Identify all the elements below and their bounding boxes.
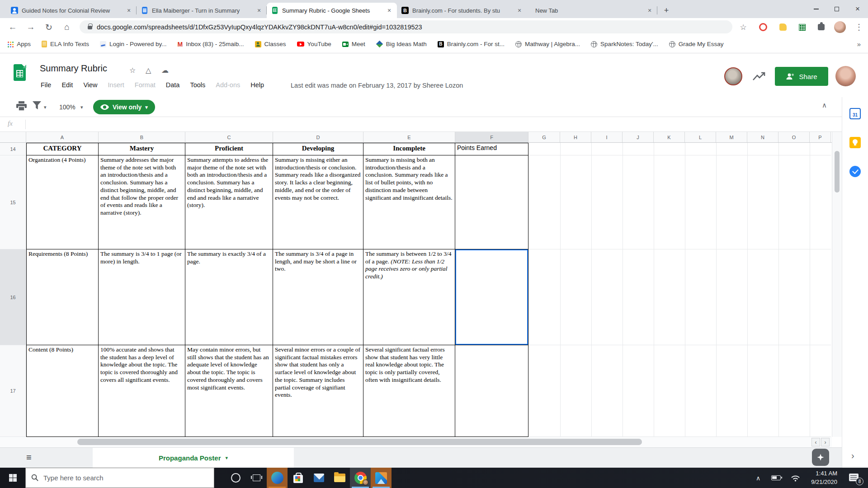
tab-close-icon[interactable]: ×	[255, 6, 263, 14]
tab-close-icon[interactable]: ×	[385, 6, 393, 14]
column-header-A[interactable]: A	[26, 132, 99, 142]
side-panel-chevron-icon[interactable]: ›	[851, 450, 854, 461]
row-header-16[interactable]: 16	[0, 249, 26, 345]
bookmark-big-ideas-math[interactable]: Big Ideas Math	[376, 41, 427, 47]
user-avatar[interactable]	[835, 66, 856, 86]
horizontal-scrollbar[interactable]: ‹ ›	[0, 437, 832, 447]
tray-chevron-icon[interactable]: ∧	[756, 474, 760, 482]
extensions-puzzle-icon[interactable]	[814, 20, 828, 34]
move-to-folder-icon[interactable]: △	[146, 66, 151, 75]
browser-menu-icon[interactable]: ⋮	[852, 20, 866, 34]
cell-A16[interactable]: Requirements (8 Points)	[26, 249, 99, 345]
refresh-button[interactable]: ↻	[42, 20, 56, 34]
tab-summary-rubric-active[interactable]: Summary Rubric - Google Sheets ×	[267, 3, 397, 18]
cell-E14[interactable]: Incomplete	[363, 143, 455, 155]
column-header-B[interactable]: B	[99, 132, 185, 142]
column-header-L[interactable]: L	[685, 132, 716, 142]
action-center-button[interactable]: 8	[849, 474, 860, 483]
bookmark-ela-info-texts[interactable]: ELA Info Texts	[42, 41, 89, 47]
taskbar-mail[interactable]	[308, 468, 329, 488]
taskbar-photos[interactable]	[371, 468, 392, 488]
tab-brainly[interactable]: B Brainly.com - For students. By stu ×	[397, 3, 527, 18]
extension-grid-icon[interactable]	[795, 20, 809, 34]
collapse-toolbar-icon[interactable]: ∧	[822, 101, 827, 109]
column-header-C[interactable]: C	[185, 132, 273, 142]
select-all-corner[interactable]	[0, 132, 26, 142]
menu-file[interactable]: File	[41, 81, 51, 89]
menu-help[interactable]: Help	[250, 81, 264, 89]
taskbar-search[interactable]	[25, 468, 214, 488]
taskbar-edge[interactable]	[267, 468, 288, 488]
taskbar-chrome[interactable]	[350, 468, 371, 488]
column-header-N[interactable]: N	[747, 132, 778, 142]
horizontal-scrollbar-thumb[interactable]	[77, 439, 642, 445]
menu-view[interactable]: View	[83, 81, 97, 89]
keep-icon[interactable]	[849, 137, 861, 148]
column-header-I[interactable]: I	[591, 132, 623, 142]
menu-format[interactable]: Format	[135, 81, 156, 89]
cell-D14[interactable]: Developing	[273, 143, 363, 155]
taskbar-clock[interactable]: 1:41 AM 9/21/2020	[811, 469, 837, 486]
column-header-E[interactable]: E	[363, 132, 455, 142]
empty-cells[interactable]	[528, 143, 831, 155]
column-header-O[interactable]: O	[778, 132, 810, 142]
menu-insert[interactable]: Insert	[108, 81, 124, 89]
bookmark-brainly[interactable]: BBrainly.com - For st...	[438, 41, 505, 47]
extension-thumb-icon[interactable]	[776, 20, 790, 34]
filter-caret-icon[interactable]: ▾	[44, 104, 47, 110]
vertical-scrollbar[interactable]	[832, 132, 842, 437]
cell-D16[interactable]: The summary is 3/4 of a page in length, …	[273, 249, 363, 345]
calendar-icon[interactable]: 31	[849, 108, 861, 119]
bookmarks-overflow-chevron[interactable]: »	[857, 40, 861, 48]
bookmark-mathway[interactable]: Mathway | Algebra...	[515, 41, 580, 47]
tab-ella-maiberger[interactable]: Ella Maiberger - Turn in Summary ×	[137, 3, 267, 18]
forward-button[interactable]: →	[24, 20, 38, 34]
bookmark-youtube[interactable]: YouTube	[297, 41, 331, 47]
column-header-G[interactable]: G	[528, 132, 560, 142]
document-title[interactable]: Summary Rubric	[40, 63, 107, 74]
wifi-icon[interactable]	[791, 474, 800, 482]
tab-close-icon[interactable]: ×	[125, 6, 133, 14]
bookmark-meet[interactable]: Meet	[342, 41, 365, 47]
formula-bar[interactable]: fx	[0, 117, 868, 132]
row-header-15[interactable]: 15	[0, 155, 26, 249]
profile-avatar[interactable]	[833, 20, 847, 34]
cell-C16[interactable]: The summary is exactly 3/4 of a page.	[185, 249, 273, 345]
cell-F17[interactable]	[455, 345, 528, 437]
share-button[interactable]: Share	[775, 67, 828, 86]
column-header-D[interactable]: D	[273, 132, 363, 142]
sheets-logo-icon[interactable]	[14, 64, 26, 81]
cell-A14[interactable]: CATEGORY	[26, 143, 99, 155]
print-icon[interactable]	[16, 101, 27, 113]
cell-C14[interactable]: Proficient	[185, 143, 273, 155]
bookmark-sparknotes[interactable]: SparkNotes: Today'...	[591, 41, 658, 47]
maximize-button[interactable]	[826, 0, 847, 18]
extension-spiral-icon[interactable]	[756, 20, 770, 34]
menu-tools[interactable]: Tools	[190, 81, 205, 89]
last-edit-status[interactable]: Last edit was made on February 13, 2017 …	[291, 82, 463, 89]
back-button[interactable]: ←	[5, 20, 20, 34]
column-header-P[interactable]: P	[810, 132, 831, 142]
cell-C15[interactable]: Summary attempts to address the major th…	[185, 155, 273, 249]
cell-F16-selected[interactable]	[455, 249, 528, 345]
cell-E17[interactable]: Several significant factual errors show …	[363, 345, 455, 437]
column-header-H[interactable]: H	[560, 132, 591, 142]
bookmark-apps[interactable]: Apps	[7, 41, 31, 47]
bookmark-login[interactable]: Login - Powered by...	[100, 41, 167, 47]
empty-cells[interactable]	[528, 345, 831, 437]
row-header-17[interactable]: 17	[0, 345, 26, 437]
cell-C17[interactable]: May contain minor errors, but still show…	[185, 345, 273, 437]
cell-D17[interactable]: Several minor errors or a couple of sign…	[273, 345, 363, 437]
zoom-caret-icon[interactable]: ▾	[80, 104, 83, 110]
task-view-button[interactable]	[246, 468, 267, 488]
tab-close-icon[interactable]: ×	[646, 6, 654, 14]
tab-close-icon[interactable]: ×	[515, 6, 524, 14]
filter-icon[interactable]	[33, 101, 41, 111]
battery-icon[interactable]	[771, 475, 781, 480]
column-header-J[interactable]: J	[623, 132, 654, 142]
close-button[interactable]: ×	[847, 0, 868, 18]
cell-B15[interactable]: Summary addresses the major theme of the…	[99, 155, 185, 249]
sheet-tab-propaganda-poster[interactable]: Propaganda Poster ▾	[93, 448, 294, 468]
cell-F14[interactable]: Points Earned	[455, 143, 528, 155]
view-only-button[interactable]: View only ▾	[93, 100, 155, 114]
